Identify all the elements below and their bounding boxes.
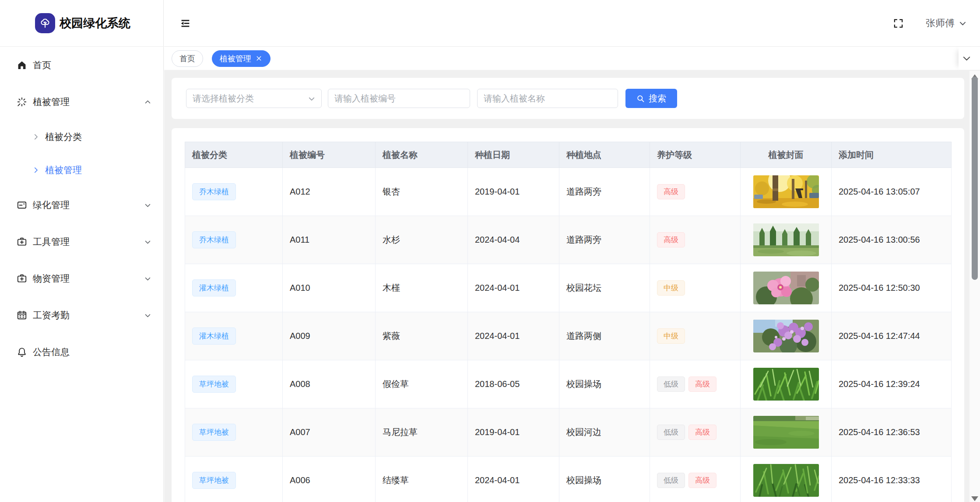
chevron-down-icon [144, 312, 151, 319]
search-button[interactable]: 搜索 [625, 89, 677, 108]
table-row-5: 草坪地被A008假俭草2018-06-05校园操场低级高级2025-04-16 … [185, 360, 952, 408]
app-title: 校园绿化系统 [60, 15, 130, 31]
scrollbar-down-arrow[interactable] [969, 496, 980, 502]
cell-cover [741, 360, 832, 408]
sidebar-item-5[interactable]: 物资管理 [0, 260, 163, 297]
cell-name: 水杉 [376, 216, 468, 264]
cell-code: A008 [283, 360, 376, 408]
cover-image-grass-dense[interactable] [753, 464, 819, 497]
sidebar-item-7[interactable]: 公告信息 [0, 334, 163, 370]
table-row-7: 草坪地被A006结缕草2024-04-01校园操场低级高级2025-04-16 … [185, 457, 952, 502]
cell-added-time: 2025-04-16 12:39:24 [832, 360, 952, 408]
cell-plant-date: 2019-04-01 [468, 168, 559, 216]
cell-code: A011 [283, 216, 376, 264]
category-tag: 草坪地被 [192, 376, 236, 393]
sidebar-item-label: 公告信息 [33, 346, 70, 358]
user-menu[interactable]: 张师傅 [926, 17, 967, 30]
sidebar-item-3[interactable]: 绿化管理 [0, 187, 163, 223]
category-select[interactable]: 请选择植被分类 [186, 89, 322, 108]
user-caret-down-icon [959, 19, 967, 28]
cell-plant-date: 2019-04-01 [468, 408, 559, 457]
user-name: 张师傅 [926, 17, 955, 30]
care-level-tag: 低级 [657, 473, 685, 488]
cell-category: 草坪地被 [185, 457, 283, 502]
cell-code: A012 [283, 168, 376, 216]
cover-image-hibiscus-flower[interactable] [753, 272, 819, 304]
fullscreen-icon[interactable] [893, 18, 903, 28]
content: 请选择植被分类 搜索 [164, 71, 969, 502]
cell-cover [741, 312, 832, 360]
cell-care-level: 高级 [650, 216, 741, 264]
cover-image-lawn-field[interactable] [753, 416, 819, 449]
tab-1[interactable]: 首页 [172, 50, 203, 67]
search-panel: 请选择植被分类 搜索 [172, 78, 964, 119]
cover-image-crape-myrtle[interactable] [753, 320, 819, 352]
cell-added-time: 2025-04-16 12:36:53 [832, 408, 952, 457]
category-select-placeholder: 请选择植被分类 [193, 93, 254, 105]
logo: 校园绿化系统 [0, 0, 163, 47]
table-header-row: 植被分类植被编号植被名称种植日期种植地点养护等级植被封面添加时间 [185, 142, 952, 168]
sidebar-item-4[interactable]: 工具管理 [0, 223, 163, 260]
cell-added-time: 2025-04-16 12:50:30 [832, 264, 952, 312]
cell-category: 草坪地被 [185, 408, 283, 457]
cell-cover [741, 264, 832, 312]
cell-care-level: 低级高级 [650, 457, 741, 502]
sidebar-item-label: 首页 [33, 59, 51, 71]
sidebar-item-label: 工资考勤 [33, 309, 70, 321]
sidebar-subitem-2-2[interactable]: 植被管理 [0, 153, 163, 187]
collapse-sidebar-icon[interactable] [180, 18, 190, 28]
chevron-down-icon [144, 275, 151, 282]
cell-name: 马尼拉草 [376, 408, 468, 457]
cell-cover [741, 168, 832, 216]
cover-image-ginkgo-autumn[interactable] [753, 175, 819, 208]
code-input[interactable] [334, 94, 464, 104]
cell-plant-date: 2018-06-05 [468, 360, 559, 408]
cell-code: A010 [283, 264, 376, 312]
cell-cover [741, 457, 832, 502]
kit-icon [17, 237, 27, 247]
cell-category: 灌木绿植 [185, 312, 283, 360]
main-area: 张师傅 首页植被管理 请选择植被分类 [164, 0, 980, 502]
category-tag: 乔木绿植 [192, 183, 236, 200]
sidebar-item-2[interactable]: 植被管理 [0, 84, 163, 120]
cell-name: 结缕草 [376, 457, 468, 502]
chevron-up-icon [144, 98, 151, 106]
table-row-2: 乔木绿植A011水杉2024-04-04道路两旁高级2025-04-16 13:… [185, 216, 952, 264]
sidebar-subitem-2-1[interactable]: 植被分类 [0, 120, 163, 153]
cell-cover [741, 408, 832, 457]
scrollbar-thumb[interactable] [972, 77, 978, 280]
column-header-4: 种植日期 [468, 142, 559, 168]
cell-name: 银杏 [376, 168, 468, 216]
cell-location: 道路两旁 [559, 168, 650, 216]
tab-label: 植被管理 [220, 53, 251, 64]
calendar-icon [17, 310, 27, 321]
bell-icon [17, 347, 27, 357]
category-tag: 乔木绿植 [192, 231, 236, 248]
column-header-5: 种植地点 [559, 142, 650, 168]
cover-image-metasequoia-trees[interactable] [753, 223, 819, 256]
cover-image-grass-blades[interactable] [753, 368, 819, 401]
cell-plant-date: 2024-04-01 [468, 312, 559, 360]
tab-2[interactable]: 植被管理 [212, 50, 270, 67]
vertical-scrollbar[interactable] [969, 71, 980, 502]
tab-close-icon[interactable] [255, 55, 263, 62]
category-tag: 草坪地被 [192, 472, 236, 489]
postcard-icon [17, 200, 27, 210]
tabs-more-button[interactable] [959, 47, 980, 70]
table-card: 植被分类植被编号植被名称种植日期种植地点养护等级植被封面添加时间 乔木绿植A01… [172, 128, 964, 502]
cell-category: 草坪地被 [185, 360, 283, 408]
cell-added-time: 2025-04-16 12:33:33 [832, 457, 952, 502]
tabs-bar: 首页植被管理 [164, 47, 980, 70]
search-icon [636, 94, 645, 103]
header: 张师傅 [164, 0, 980, 47]
sidebar-item-6[interactable]: 工资考勤 [0, 297, 163, 334]
cell-location: 校园操场 [559, 457, 650, 502]
cell-care-level: 中级 [650, 312, 741, 360]
column-header-1: 植被分类 [185, 142, 283, 168]
sidebar-item-1[interactable]: 首页 [0, 47, 163, 84]
cell-care-level: 低级高级 [650, 360, 741, 408]
care-level-tag: 低级 [657, 425, 685, 440]
column-header-8: 添加时间 [832, 142, 952, 168]
name-input[interactable] [484, 94, 611, 104]
cell-category: 乔木绿植 [185, 168, 283, 216]
